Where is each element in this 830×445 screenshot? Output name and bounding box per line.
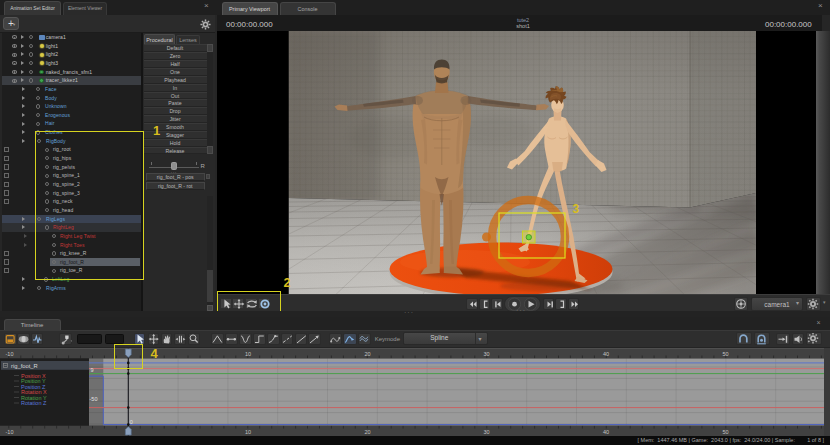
svg-text:0: 0 <box>130 419 133 425</box>
svg-text:20: 20 <box>364 429 370 435</box>
svg-text:-50: -50 <box>90 396 98 402</box>
svg-text:50: 50 <box>722 351 728 357</box>
svg-text:-10: -10 <box>6 351 14 357</box>
svg-text:-10: -10 <box>6 429 14 435</box>
svg-text:40: 40 <box>603 351 609 357</box>
svg-text:rig_foot_R: rig_foot_R <box>11 363 38 369</box>
svg-text:30: 30 <box>483 429 489 435</box>
svg-text:40: 40 <box>603 429 609 435</box>
svg-text:30: 30 <box>483 351 489 357</box>
svg-text:10: 10 <box>245 351 251 357</box>
svg-text:10: 10 <box>245 429 251 435</box>
svg-text:20: 20 <box>364 351 370 357</box>
svg-text:Rotation Z: Rotation Z <box>21 400 47 406</box>
svg-text:50: 50 <box>722 429 728 435</box>
svg-text:9: 9 <box>91 367 94 373</box>
svg-text:3: 3 <box>573 202 580 216</box>
